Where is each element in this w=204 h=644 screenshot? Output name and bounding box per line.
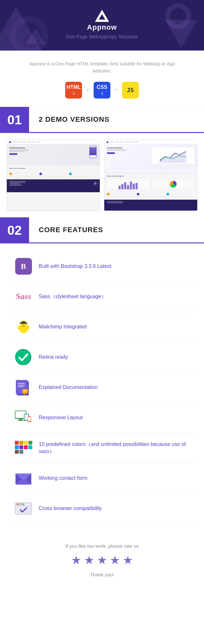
thank-you-text: Thank you! [6, 572, 198, 577]
svg-rect-42 [24, 441, 28, 445]
mockup-stats-row [104, 167, 197, 174]
mockup-hero-2: Introducing Appnow [104, 144, 197, 167]
tech-badges: HTML5 + CSS3 + JS [19, 82, 185, 99]
feature-contact: Working contact form [10, 463, 194, 494]
intro-description: Appnow is a One Page HTML template, best… [19, 60, 185, 75]
section-02-title-box: CORE FEATURES [29, 217, 204, 243]
contact-icon [15, 471, 32, 486]
feature-bootstrap: B Built with Bootstrap 3.3.6 Latest [10, 251, 194, 282]
js-badge: JS [122, 82, 139, 99]
retina-icon-wrap [13, 347, 34, 368]
html5-label: HTML5 [66, 84, 81, 96]
svg-rect-2 [124, 182, 127, 189]
mockup-hero-title-2: Introducing Appnow [107, 147, 149, 149]
css3-badge: CSS3 [94, 82, 110, 99]
demo-grid: Introducing Appnow Some of our core feat… [6, 139, 198, 211]
svg-point-58 [17, 503, 19, 505]
logo-icon [95, 10, 109, 22]
feature-browser: Cross browser compatibility [10, 494, 194, 524]
svg-rect-28 [23, 390, 27, 391]
sass-icon: Sass [16, 292, 31, 301]
responsive-icon-wrap [13, 407, 34, 428]
bootstrap-label: Built with Bootstrap 3.3.6 Latest [39, 263, 111, 270]
svg-point-36 [26, 420, 27, 421]
sass-label: Sass（stylesheet language） [39, 293, 107, 300]
mockup-features-1 [7, 171, 100, 179]
feature-docs: Explained Documentation [10, 373, 194, 403]
mailchimp-label: Mailchimp Integrated [39, 323, 87, 330]
star-4: ★ [110, 554, 120, 567]
plus-2: + [114, 86, 118, 94]
svg-rect-43 [28, 441, 32, 445]
svg-rect-26 [22, 389, 28, 393]
browser-icon [15, 501, 32, 516]
browser-icon-wrap [13, 498, 34, 519]
html5-badge: HTML5 [65, 82, 82, 99]
svg-rect-45 [19, 445, 23, 449]
section-02-title: CORE FEATURES [39, 226, 103, 234]
svg-rect-44 [15, 445, 19, 449]
js-label: JS [127, 87, 134, 93]
svg-rect-6 [136, 183, 138, 189]
svg-point-59 [20, 503, 21, 505]
feature-sass: Sass Sass（stylesheet language） [10, 282, 194, 312]
star-5: ★ [123, 554, 133, 567]
section-01-title: 2 DEMO VERSIONS [39, 115, 109, 124]
svg-rect-23 [18, 383, 25, 384]
mailchimp-icon-wrap [13, 317, 34, 337]
svg-rect-32 [19, 419, 23, 420]
sass-icon-wrap: Sass [13, 286, 34, 307]
demo-preview-1: Introducing Appnow Some of our core feat… [7, 140, 100, 211]
intro-section: Appnow is a One Page HTML template, best… [0, 51, 204, 107]
bg-shape-circle-large [10, 16, 48, 51]
logo-text: Appnow [6, 23, 198, 32]
retina-label: Retina ready [39, 354, 68, 361]
bootstrap-icon-wrap: B [13, 256, 34, 277]
section-02-header: 02 CORE FEATURES [0, 217, 204, 243]
mockup-play-1: ▶ [93, 182, 97, 185]
stars-row: ★ ★ ★ ★ ★ [6, 554, 198, 567]
mockup-features-title-1: Some of our core features [7, 166, 100, 171]
colors-icon [14, 440, 33, 456]
demo-card-1[interactable]: Introducing Appnow Some of our core feat… [6, 139, 100, 211]
docs-icon [15, 378, 32, 397]
features-list: B Built with Bootstrap 3.3.6 Latest Sass… [0, 243, 204, 532]
svg-rect-33 [17, 420, 24, 421]
mockup-dark-1: ▶ [7, 179, 100, 192]
docs-icon-wrap [13, 377, 34, 398]
demo-section: Introducing Appnow Some of our core feat… [0, 133, 204, 217]
svg-rect-48 [15, 450, 19, 454]
dashboard-chart-svg [153, 148, 193, 163]
star-3: ★ [97, 554, 107, 567]
svg-rect-40 [15, 441, 19, 445]
svg-rect-4 [130, 182, 132, 189]
mockup-hero-title-1: Introducing Appnow [9, 147, 97, 149]
bootstrap-icon: B [15, 258, 32, 275]
feature-mailchimp: Mailchimp Integrated [10, 312, 194, 342]
svg-rect-47 [28, 445, 32, 449]
contact-icon-wrap [13, 468, 34, 489]
header-section: Appnow One Page WebApp/App Template [0, 0, 204, 51]
mockup-hero-btn-1 [9, 153, 17, 155]
browser-label: Cross browser compatibility [39, 505, 102, 512]
docs-label: Explained Documentation [39, 384, 97, 391]
feature-colors: 10 predefined colors（and unlimited possi… [10, 433, 194, 463]
svg-rect-5 [133, 184, 135, 189]
mockup-phone-1 [89, 146, 97, 158]
retina-icon [15, 348, 32, 366]
demo-card-2[interactable]: Introducing Appnow [104, 139, 198, 211]
mockup-chart-title: Graph, charts and diagrams [104, 174, 197, 178]
svg-rect-25 [18, 386, 24, 387]
section-01-title-box: 2 DEMO VERSIONS [29, 107, 204, 133]
mockup-nav-1 [7, 140, 100, 144]
pie-chart-svg [169, 180, 177, 188]
svg-rect-0 [118, 186, 121, 189]
mockup-chart-widget [151, 147, 195, 164]
svg-point-11 [26, 325, 29, 330]
svg-rect-46 [24, 445, 28, 449]
mockup-charts-area [104, 178, 197, 191]
feature-responsive: Responsive Layout [10, 403, 194, 433]
plus-1: + [86, 86, 90, 94]
svg-point-10 [18, 325, 21, 330]
mockup-dark-2 [104, 200, 197, 211]
